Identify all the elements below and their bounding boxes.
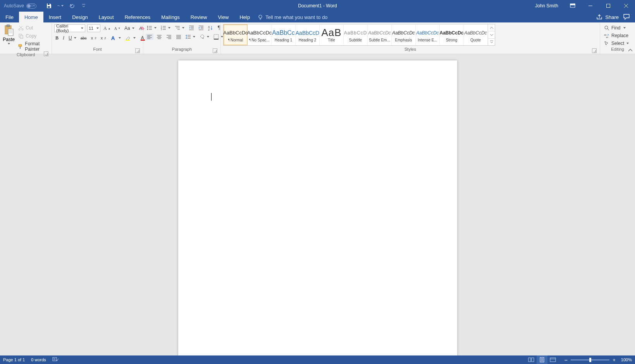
- tell-me-search[interactable]: Tell me what you want to do: [258, 12, 327, 22]
- highlight-button[interactable]: [124, 34, 137, 41]
- close-button[interactable]: [617, 0, 635, 12]
- subscript-button[interactable]: x2: [90, 35, 98, 41]
- increase-indent-button[interactable]: [197, 25, 205, 31]
- sort-button[interactable]: AZ: [207, 25, 215, 31]
- zoom-slider[interactable]: [571, 359, 609, 361]
- read-mode-button[interactable]: [526, 355, 537, 364]
- style-title[interactable]: AaB Title: [320, 24, 344, 45]
- justify-button[interactable]: [175, 34, 182, 40]
- styles-scroll-up-icon[interactable]: [488, 24, 495, 31]
- dialog-launcher-icon[interactable]: [44, 52, 48, 56]
- underline-button[interactable]: U: [67, 35, 77, 41]
- dialog-launcher-icon[interactable]: [592, 48, 597, 53]
- superscript-button[interactable]: x2: [100, 35, 107, 41]
- page[interactable]: [178, 60, 457, 355]
- strikethrough-button[interactable]: abc: [79, 36, 88, 41]
- page-indicator[interactable]: Page 1 of 1: [3, 357, 25, 362]
- document-area[interactable]: [0, 54, 635, 355]
- align-center-button[interactable]: [155, 34, 163, 40]
- styles-expand-icon[interactable]: [488, 39, 495, 45]
- multilevel-list-button[interactable]: [174, 25, 186, 31]
- autosave-toggle[interactable]: AutoSave Off: [4, 3, 36, 9]
- style-normal[interactable]: AaBbCcDc¶ Normal: [224, 24, 248, 45]
- redo-icon[interactable]: [69, 3, 75, 9]
- italic-button[interactable]: I: [62, 35, 65, 41]
- tell-me-label: Tell me what you want to do: [265, 14, 327, 20]
- zoom-level[interactable]: 100%: [621, 357, 632, 362]
- font-name-combo[interactable]: Calibri (Body): [54, 24, 85, 32]
- align-left-button[interactable]: [146, 34, 153, 40]
- bold-button[interactable]: B: [54, 35, 60, 41]
- style-intense-e-[interactable]: AaBbCcDc Intense E...: [416, 24, 440, 45]
- style-subtle-em-[interactable]: AaBbCcDc Subtle Em...: [368, 24, 392, 45]
- customize-qat-icon[interactable]: [81, 3, 87, 9]
- maximize-button[interactable]: [599, 0, 617, 12]
- format-painter-button[interactable]: Format Painter: [17, 41, 49, 52]
- bullets-icon: [147, 25, 152, 31]
- style-preview: AaBbCcDc: [416, 28, 439, 38]
- dialog-launcher-icon[interactable]: [135, 48, 140, 53]
- tab-help[interactable]: Help: [234, 12, 255, 22]
- share-label: Share: [605, 14, 619, 20]
- tab-file[interactable]: File: [0, 12, 19, 22]
- find-button[interactable]: Find: [602, 24, 630, 31]
- share-button[interactable]: Share: [597, 14, 619, 20]
- zoom-out-button[interactable]: −: [564, 357, 568, 363]
- decrease-indent-button[interactable]: [188, 25, 195, 31]
- grow-font-button[interactable]: A▴: [102, 25, 111, 32]
- minimize-button[interactable]: [582, 0, 599, 12]
- tab-design[interactable]: Design: [67, 12, 93, 22]
- style-strong[interactable]: AaBbCcDc Strong: [440, 24, 464, 45]
- tab-review[interactable]: Review: [185, 12, 213, 22]
- shading-button[interactable]: [198, 34, 210, 40]
- select-button[interactable]: Select: [602, 40, 630, 47]
- numbering-button[interactable]: 123: [160, 25, 172, 31]
- ribbon-display-options-icon[interactable]: [564, 0, 582, 12]
- shrink-font-button[interactable]: A▾: [113, 26, 121, 31]
- web-layout-button[interactable]: [547, 355, 558, 364]
- svg-rect-85: [53, 357, 57, 361]
- copy-button[interactable]: Copy: [17, 33, 49, 39]
- style-no-spac-[interactable]: AaBbCcDc¶ No Spac...: [248, 24, 272, 45]
- style-preview: AaBbCcDc: [440, 28, 464, 38]
- comments-icon[interactable]: [623, 14, 630, 20]
- tab-layout[interactable]: Layout: [93, 12, 119, 22]
- collapse-ribbon-icon[interactable]: [628, 48, 633, 53]
- dialog-launcher-icon[interactable]: [213, 48, 217, 53]
- cut-button[interactable]: Cut: [17, 24, 49, 31]
- change-case-button[interactable]: Aa: [123, 25, 136, 31]
- multilevel-list-icon: [175, 25, 180, 31]
- style-quote[interactable]: AaBbCcDc Quote: [464, 24, 488, 45]
- svg-point-19: [19, 29, 20, 30]
- spell-check-icon[interactable]: [52, 357, 59, 363]
- style-emphasis[interactable]: AaBbCcDc Emphasis: [392, 24, 416, 45]
- svg-point-32: [147, 26, 148, 27]
- align-right-button[interactable]: [165, 34, 173, 40]
- save-icon[interactable]: [46, 3, 52, 9]
- zoom-in-button[interactable]: +: [613, 357, 616, 363]
- tab-home[interactable]: Home: [19, 12, 43, 22]
- style-heading-1[interactable]: AaBbCc Heading 1: [272, 24, 296, 45]
- tab-view[interactable]: View: [212, 12, 234, 22]
- paste-button[interactable]: Paste: [2, 24, 15, 45]
- styles-scroll-down-icon[interactable]: [488, 31, 495, 38]
- bullets-button[interactable]: [146, 25, 158, 31]
- tab-references[interactable]: References: [119, 12, 156, 22]
- text-effects-button[interactable]: A: [109, 34, 122, 41]
- line-spacing-button[interactable]: [184, 34, 196, 40]
- style-subtitle[interactable]: AaBbCcD Subtitle: [344, 24, 368, 45]
- replace-button[interactable]: abacReplace: [602, 32, 630, 39]
- tab-mailings[interactable]: Mailings: [156, 12, 185, 22]
- undo-icon[interactable]: [57, 3, 64, 9]
- print-layout-button[interactable]: [537, 355, 547, 364]
- tab-insert[interactable]: Insert: [43, 12, 67, 22]
- style-heading-2[interactable]: AaBbCcD Heading 2: [296, 24, 320, 45]
- title-bar: AutoSave Off Document1 - Word John Smith: [0, 0, 635, 12]
- user-name[interactable]: John Smith: [530, 3, 564, 9]
- align-left-icon: [147, 34, 152, 39]
- svg-rect-7: [607, 4, 610, 8]
- word-count[interactable]: 0 words: [31, 357, 46, 362]
- font-size-combo[interactable]: 11: [87, 24, 100, 32]
- autosave-label: AutoSave: [4, 3, 24, 9]
- zoom-thumb[interactable]: [589, 358, 591, 362]
